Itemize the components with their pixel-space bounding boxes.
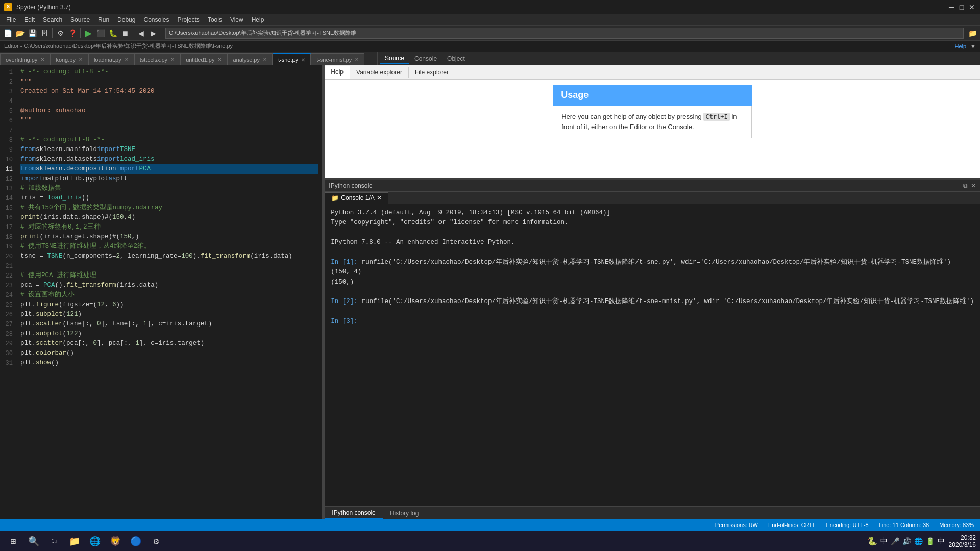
code-line-9[interactable]: from sklearn.manifold import TSNE [20,145,318,155]
bottom-tab-ipython[interactable]: IPython console [325,507,382,519]
menu-search[interactable]: Search [39,15,66,24]
debug-btn[interactable]: 🐛 [107,28,118,39]
run-cell-btn[interactable]: ⬛ [95,28,106,39]
code-line-20[interactable]: tsne = TSNE(n_components=2, learning_rat… [20,252,318,261]
menu-run[interactable]: Run [94,15,113,24]
code-line-7[interactable] [20,126,318,135]
time-display: 20:32 2020/3/16 [949,534,976,548]
tour-btn[interactable]: ❓ [67,28,78,39]
code-line-12[interactable]: import matplotlib.pyplot as plt [20,174,318,184]
chrome-browser[interactable]: 🔵 [127,532,145,550]
search-button[interactable]: 🔍 [24,532,43,550]
code-line-15[interactable]: # 共有150个问，数据的类型是numpy.ndarray [20,203,318,213]
tab-object[interactable]: Object [442,54,470,64]
code-line-21[interactable] [20,261,318,271]
editor-tab-6[interactable]: t-sne.py✕ [273,53,311,65]
menu-tools[interactable]: Tools [204,15,226,24]
code-content[interactable]: # -*- coding: utf-8 -*-"""Created on Sat… [16,65,322,519]
browse-btn[interactable]: 📁 [967,28,978,39]
file-explorer-taskbar[interactable]: 📁 [65,532,84,550]
code-line-5[interactable]: @author: xuhaohao [20,106,318,116]
forward-btn[interactable]: ▶ [148,28,159,39]
code-line-16[interactable]: print(iris.data.shape)#(150,4) [20,213,318,222]
code-line-18[interactable]: print(iris.target.shape)#(150,) [20,232,318,242]
help-tab-help[interactable]: Help [325,66,350,79]
new-file-btn[interactable]: 📄 [2,28,13,39]
code-line-25[interactable]: plt.figure(figsize=(12, 6)) [20,300,318,310]
task-view-button[interactable]: 🗂 [45,532,63,550]
stop-btn[interactable]: ⏹ [119,28,131,39]
menu-source[interactable]: Source [66,15,94,24]
tab-close-7[interactable]: ✕ [355,57,359,62]
code-line-30[interactable]: plt.colorbar() [20,348,318,358]
editor-tab-1[interactable]: kong.py✕ [50,53,88,65]
code-line-31[interactable]: plt.show() [20,358,318,368]
code-line-2[interactable]: """ [20,77,318,87]
menu-debug[interactable]: Debug [113,15,139,24]
code-line-24[interactable]: # 设置画布的大小 [20,290,318,300]
console-tab-1[interactable]: 📁 Console 1/A ✕ [325,192,388,204]
code-line-10[interactable]: from sklearn.datasets import load_iris [20,155,318,164]
edge-browser[interactable]: 🌐 [86,532,104,550]
tab-close-5[interactable]: ✕ [263,57,267,62]
close-button[interactable]: ✕ [968,3,976,11]
menu-file[interactable]: File [2,15,20,24]
save-all-btn[interactable]: 🗄 [39,28,50,39]
help-tab-variable-explorer[interactable]: Variable explorer [350,67,409,78]
console-close-btn[interactable]: ✕ [971,182,976,189]
maximize-button[interactable]: □ [958,3,966,11]
tab-close-4[interactable]: ✕ [217,57,222,62]
tab-close-3[interactable]: ✕ [170,57,175,62]
code-line-4[interactable] [20,96,318,106]
code-line-3[interactable]: Created on Sat Mar 14 17:54:45 2020 [20,87,318,96]
code-line-23[interactable]: pca = PCA().fit_transform(iris.data) [20,281,318,290]
bottom-tab-history[interactable]: History log [383,508,426,519]
preferences-btn[interactable]: ⚙ [55,28,66,39]
code-line-17[interactable]: # 对应的标签有0,1,2三种 [20,222,318,232]
taskbar: ⊞ 🔍 🗂 📁 🌐 🦁 🔵 ⚙️ 🐍 中 🎤 🔊 🌐 🔋 中 20:32 202… [0,531,980,551]
menu-edit[interactable]: Edit [20,15,39,24]
menu-help[interactable]: Help [248,15,268,24]
tab-source[interactable]: Source [380,53,409,64]
tab-close-2[interactable]: ✕ [125,57,129,62]
help-tab-file-explorer[interactable]: File explorer [409,67,455,78]
code-line-6[interactable]: """ [20,116,318,126]
code-line-22[interactable]: # 使用PCA 进行降维处理 [20,271,318,281]
firefox-browser[interactable]: 🦁 [106,532,125,550]
code-line-27[interactable]: plt.scatter(tsne[:, 0], tsne[:, 1], c=ir… [20,319,318,329]
start-button[interactable]: ⊞ [4,532,22,550]
editor-tab-4[interactable]: untitled1.py✕ [180,53,227,65]
menu-consoles[interactable]: Consoles [139,15,173,24]
back-btn[interactable]: ◀ [135,28,146,39]
code-line-14[interactable]: iris = load_iris() [20,193,318,203]
run-btn[interactable]: ▶ [83,28,94,39]
console-output[interactable]: Python 3.7.4 (default, Aug 9 2019, 18:34… [325,204,980,506]
editor-tab-7[interactable]: t-sne-mnist.py✕ [311,53,364,65]
tab-console[interactable]: Console [409,54,442,64]
console-tab-close[interactable]: ✕ [377,194,382,202]
menu-view[interactable]: View [226,15,248,24]
editor-tab-0[interactable]: overfitting.py✕ [0,53,50,65]
save-btn[interactable]: 💾 [27,28,38,39]
code-line-8[interactable]: # -*- coding:utf-8 -*- [20,135,318,145]
open-file-btn[interactable]: 📂 [14,28,26,39]
working-dir-path[interactable]: C:\Users\xuhaohao\Desktop\年后补实验\知识干货-机器学… [165,28,964,39]
code-line-13[interactable]: # 加载数据集 [20,184,318,193]
menu-projects[interactable]: Projects [174,15,204,24]
code-line-26[interactable]: plt.subplot(121) [20,310,318,319]
editor-tab-3[interactable]: tsttoclsx.py✕ [134,53,180,65]
code-line-28[interactable]: plt.subplot(122) [20,329,318,339]
editor-tab-5[interactable]: analyse.py✕ [227,53,273,65]
code-line-29[interactable]: plt.scatter(pca[:, 0], pca[:, 1], c=iris… [20,339,318,348]
tab-close-6[interactable]: ✕ [301,57,305,63]
settings-taskbar[interactable]: ⚙️ [147,532,165,550]
console-float-btn[interactable]: ⧉ [963,182,968,189]
code-line-11[interactable]: from sklearn.decomposition import PCA [20,164,318,174]
tab-close-1[interactable]: ✕ [79,57,83,62]
tab-close-0[interactable]: ✕ [40,57,44,62]
code-line-1[interactable]: # -*- coding: utf-8 -*- [20,67,318,77]
code-line-19[interactable]: # 使用TSNE进行降维处理，从4维降至2维。 [20,242,318,252]
tray-zh: 中 [880,537,888,546]
editor-tab-2[interactable]: loadmat.py✕ [88,53,134,65]
minimize-button[interactable]: ─ [947,3,955,11]
